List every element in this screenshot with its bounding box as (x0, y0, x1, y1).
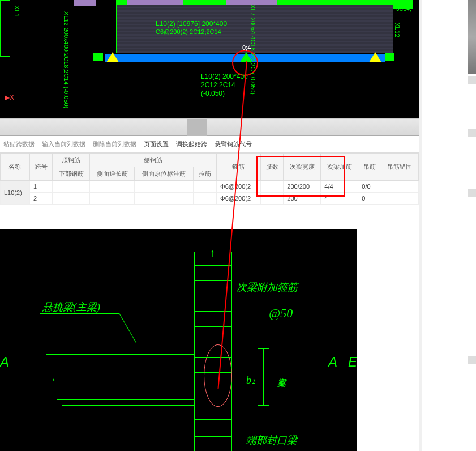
toolbar-paste[interactable]: 粘贴跨数据 (1, 139, 37, 150)
cell-hanging[interactable]: 0 (358, 193, 381, 205)
cell-hanging[interactable]: 0/0 (358, 181, 381, 193)
diag-tie (194, 419, 232, 420)
header-name[interactable]: 名称 (1, 154, 30, 181)
label-end-closure-beam: 端部封口梁 (246, 433, 297, 447)
cell-sec-add[interactable]: 4 (321, 193, 358, 205)
cell-span[interactable]: 1 (29, 181, 53, 193)
beam-data-panel: 粘贴跨数据 输入当前列数据 删除当前列数据 页面设置 调换起始跨 悬臂钢筋代号 … (0, 118, 419, 205)
thumbnail-preview[interactable] (468, 0, 476, 74)
cell-empty[interactable] (135, 181, 194, 193)
toolbar-page-setup[interactable]: 页面设置 (141, 139, 171, 150)
column-marker (385, 53, 394, 61)
beam-label-xl12-right: XL12 (393, 23, 401, 37)
cell-sec-width[interactable]: 200/200 (284, 181, 321, 193)
beam-data-table[interactable]: 名称 跨号 顶钢筋 侧钢筋 箍筋 肢数 次梁宽度 次梁加筋 吊筋 吊筋锚固 下部… (0, 153, 419, 205)
toolbar-delete[interactable]: 删除当前列数据 (91, 139, 139, 150)
diag-tie (194, 296, 232, 296)
panel-drag-bar[interactable] (0, 119, 419, 136)
drag-handle[interactable] (187, 119, 207, 136)
toolbar-cantilever[interactable]: 悬臂钢筋代号 (212, 139, 254, 150)
thumbnail-preview[interactable] (468, 189, 476, 197)
cell-empty[interactable] (53, 193, 90, 205)
cell-anchor[interactable] (381, 181, 418, 193)
cell-empty[interactable] (135, 193, 194, 205)
cell-count[interactable] (260, 193, 284, 205)
header-top-rebar[interactable]: 顶钢筋 (53, 154, 90, 167)
beam-label-l10: L10(2) [10976] 200*400 (156, 20, 227, 28)
toolbar-input[interactable]: 输入当前列数据 (40, 139, 88, 150)
dimension-04: 0;4 (242, 44, 251, 52)
header-hanging[interactable]: 吊筋 (358, 154, 381, 181)
header-side-orig[interactable]: 侧面原位标注筋 (135, 167, 194, 181)
support-marker (106, 52, 119, 62)
support-marker (369, 52, 381, 62)
diag-stirrup (136, 354, 136, 399)
header-side-rebar[interactable]: 侧钢筋 (90, 154, 217, 167)
cell-empty[interactable] (194, 193, 217, 205)
cell-stirrup[interactable]: Φ6@200(2 (216, 193, 260, 205)
column-marker-left (0, 0, 10, 57)
diag-beam-top (52, 348, 195, 348)
arrow-up-icon: ↑ (209, 246, 215, 259)
axis-x-label: ▶X (5, 93, 14, 101)
label-cantilever-beam: 悬挑梁(主梁) (42, 300, 100, 314)
cell-empty[interactable] (90, 193, 135, 205)
cad-plan-view[interactable]: XL1 XL12 200x400 2C18;2C14 (-0.050) L10(… (0, 0, 419, 118)
table-row[interactable]: 2 Φ6@200(2 200 4 0 (1, 193, 419, 205)
diag-stirrup (187, 354, 187, 399)
diag-tie (194, 265, 232, 266)
header-anchor[interactable]: 吊筋锚固 (381, 154, 418, 181)
cell-empty[interactable] (90, 181, 135, 193)
header-sec-width[interactable]: 次梁宽度 (284, 154, 321, 181)
diag-dim-tick (258, 348, 269, 349)
header-tie[interactable]: 拉筋 (194, 167, 217, 181)
section-mark-B-right: E (348, 354, 357, 370)
detail-diagram[interactable]: ↑ → 悬挑梁(主梁) 次梁附加箍筋 @50 A A E 端部封口梁 主梁宽 b… (0, 229, 357, 451)
diag-dim-line (263, 348, 264, 405)
cell-span[interactable]: 2 (29, 193, 53, 205)
cell-empty[interactable] (53, 181, 90, 193)
cell-empty[interactable] (194, 181, 217, 193)
table-row[interactable]: L10(2) 1 Φ6@200(2 200/200 4/4 0/0 (1, 181, 419, 193)
thumbnail-preview[interactable] (468, 356, 476, 364)
diag-column-left (194, 252, 195, 451)
diag-stirrup (68, 354, 68, 399)
thumbnail-preview[interactable] (468, 76, 476, 84)
diag-beam-bottom (62, 405, 195, 406)
cell-anchor[interactable] (381, 193, 418, 205)
cell-count[interactable] (260, 181, 284, 193)
section-mark-A-left: A (0, 354, 9, 370)
diag-tie (194, 436, 232, 437)
header-count[interactable]: 肢数 (260, 154, 284, 181)
diag-stirrup (153, 354, 153, 399)
cell-stirrup[interactable]: Φ6@200(2 (216, 181, 260, 193)
header-stirrup[interactable]: 箍筋 (216, 154, 260, 181)
thumbnail-sidebar (422, 0, 476, 451)
diag-stirrup (102, 354, 102, 399)
diag-label-underline (235, 295, 348, 295)
diag-tie (194, 311, 232, 312)
header-side-through[interactable]: 侧面通长筋 (90, 167, 135, 181)
header-bottom-rebar[interactable]: 下部钢筋 (53, 167, 90, 181)
beam-annotation-l10-1: L10(2) 200*400 (201, 73, 248, 80)
header-sec-add[interactable]: 次梁加筋 (321, 154, 358, 181)
diag-beam-line (46, 354, 195, 355)
section-mark-A-right: A (328, 354, 337, 370)
beam-label-xl1: XL1 (13, 6, 20, 17)
label-spacing-50: @50 (269, 306, 293, 321)
diag-stirrup (119, 354, 119, 399)
label-b1: b₁ (246, 374, 255, 386)
highlight-ellipse (204, 344, 232, 407)
diag-tie (194, 342, 232, 342)
cell-name[interactable]: L10(2) (1, 181, 30, 205)
header-span[interactable]: 跨号 (29, 154, 53, 181)
diag-beam-line (57, 399, 195, 400)
beam-annotation-l10-2: 2C12;2C14 (201, 81, 235, 89)
toolbar-swap[interactable]: 调换起始跨 (174, 139, 209, 150)
cell-sec-width[interactable]: 200 (284, 193, 321, 205)
diag-column-right (231, 252, 232, 451)
thumbnail-preview[interactable] (468, 129, 476, 137)
annotation-bar (74, 0, 96, 6)
cell-sec-add[interactable]: 4/4 (321, 181, 358, 193)
diag-tie (194, 280, 232, 281)
